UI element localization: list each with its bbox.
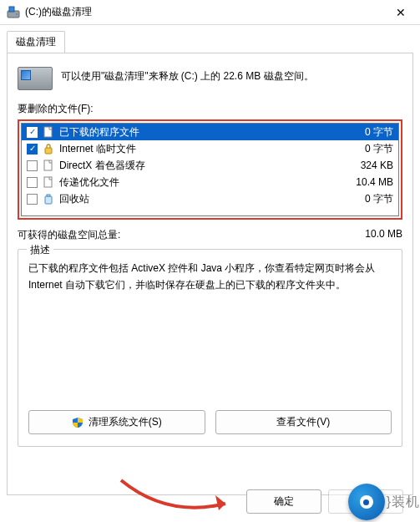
window-title: (C:)的磁盘清理 bbox=[25, 5, 388, 19]
file-row[interactable]: 传递优化文件10.4 MB bbox=[22, 174, 398, 190]
intro-text: 可以使用"磁盘清理"来释放 (C:) 上的 22.6 MB 磁盘空间。 bbox=[61, 63, 314, 84]
svg-rect-1 bbox=[9, 7, 14, 12]
close-button[interactable]: ✕ bbox=[388, 6, 413, 19]
file-row[interactable]: DirectX 着色器缓存324 KB bbox=[22, 157, 398, 174]
files-listbox[interactable]: ✓已下载的程序文件0 字节✓Internet 临时文件0 字节DirectX 着… bbox=[21, 123, 399, 216]
view-files-button[interactable]: 查看文件(V) bbox=[215, 410, 392, 434]
recycle-icon bbox=[43, 193, 54, 205]
shield-icon bbox=[72, 417, 83, 428]
intro-row: 可以使用"磁盘清理"来释放 (C:) 上的 22.6 MB 磁盘空间。 bbox=[18, 63, 402, 90]
view-files-label: 查看文件(V) bbox=[276, 415, 330, 429]
file-checkbox[interactable] bbox=[27, 177, 38, 188]
cancel-button[interactable]: 取消 bbox=[328, 489, 403, 514]
file-size: 0 字节 bbox=[335, 125, 393, 139]
file-icon bbox=[43, 160, 54, 171]
files-to-delete-label: 要删除的文件(F): bbox=[18, 102, 402, 116]
total-row: 可获得的磁盘空间总量: 10.0 MB bbox=[18, 228, 402, 242]
cancel-label: 取消 bbox=[356, 495, 376, 507]
svg-rect-8 bbox=[47, 195, 50, 196]
clean-system-files-label: 清理系统文件(S) bbox=[89, 415, 162, 429]
file-checkbox[interactable] bbox=[27, 194, 38, 205]
file-checkbox[interactable]: ✓ bbox=[27, 127, 38, 138]
titlebar: (C:)的磁盘清理 ✕ bbox=[0, 0, 420, 25]
dialog-button-row: 确定 取消 bbox=[0, 489, 420, 514]
clean-system-files-button[interactable]: 清理系统文件(S) bbox=[28, 410, 205, 434]
file-icon bbox=[43, 176, 54, 188]
file-row[interactable]: 回收站0 字节 bbox=[22, 190, 398, 207]
ok-button[interactable]: 确定 bbox=[246, 489, 321, 514]
description-fieldset: 描述 已下载的程序文件包括 ActiveX 控件和 Java 小程序，你查看特定… bbox=[18, 249, 402, 447]
description-text: 已下载的程序文件包括 ActiveX 控件和 Java 小程序，你查看特定网页时… bbox=[28, 260, 392, 360]
file-size: 10.4 MB bbox=[335, 176, 393, 188]
file-name: 回收站 bbox=[59, 192, 330, 206]
svg-rect-3 bbox=[44, 127, 52, 137]
file-row[interactable]: ✓Internet 临时文件0 字节 bbox=[22, 140, 398, 157]
fieldset-button-row: 清理系统文件(S) 查看文件(V) bbox=[28, 410, 392, 434]
description-legend: 描述 bbox=[27, 243, 53, 257]
file-size: 0 字节 bbox=[335, 142, 393, 156]
file-checkbox[interactable] bbox=[27, 160, 38, 171]
svg-rect-4 bbox=[45, 148, 52, 154]
svg-rect-5 bbox=[44, 160, 52, 170]
tab-disk-cleanup[interactable]: 磁盘清理 bbox=[7, 31, 65, 53]
file-name: 已下载的程序文件 bbox=[59, 125, 330, 139]
file-name: DirectX 着色器缓存 bbox=[59, 159, 330, 173]
file-checkbox[interactable]: ✓ bbox=[27, 144, 38, 155]
file-size: 0 字节 bbox=[335, 192, 393, 206]
drive-icon bbox=[18, 67, 53, 90]
svg-point-2 bbox=[16, 13, 18, 15]
svg-rect-6 bbox=[44, 177, 52, 187]
file-name: Internet 临时文件 bbox=[59, 142, 330, 156]
total-label: 可获得的磁盘空间总量: bbox=[18, 228, 319, 242]
tab-panel: 可以使用"磁盘清理"来释放 (C:) 上的 22.6 MB 磁盘空间。 要删除的… bbox=[7, 53, 413, 495]
svg-rect-7 bbox=[45, 196, 52, 204]
file-size: 324 KB bbox=[335, 160, 393, 171]
total-value: 10.0 MB bbox=[319, 228, 402, 242]
file-icon bbox=[43, 126, 54, 138]
tab-strip: 磁盘清理 bbox=[0, 25, 420, 53]
files-list-highlight: ✓已下载的程序文件0 字节✓Internet 临时文件0 字节DirectX 着… bbox=[18, 119, 402, 220]
lock-icon bbox=[43, 143, 54, 155]
ok-label: 确定 bbox=[274, 495, 294, 507]
file-row[interactable]: ✓已下载的程序文件0 字节 bbox=[22, 124, 398, 140]
disk-cleanup-icon bbox=[7, 6, 20, 19]
file-name: 传递优化文件 bbox=[59, 175, 330, 190]
